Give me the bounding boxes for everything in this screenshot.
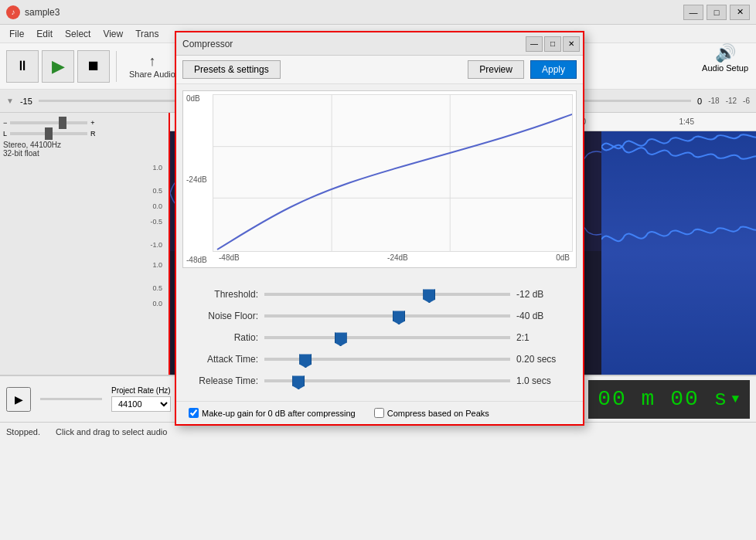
track-controls: − + L R Stereo, 44100Hz 32-bit float 1.0… [0, 113, 170, 375]
release-time-slider[interactable] [264, 379, 510, 382]
y-label-48db: -48dB [186, 256, 209, 264]
dialog-close-btn[interactable]: ✕ [563, 36, 580, 52]
menu-select[interactable]: Select [59, 27, 97, 41]
menu-edit[interactable]: Edit [30, 27, 59, 41]
dialog-toolbar: Presets & settings Preview Apply [176, 56, 583, 84]
waveform-right [601, 131, 756, 375]
attack-time-slider-container [264, 352, 510, 367]
track-info-text: Stereo, 44100Hz 32-bit float [3, 141, 165, 158]
window-controls: — □ ✕ [683, 5, 750, 20]
time-dropdown-btn[interactable]: ▼ [731, 392, 741, 406]
makeup-gain-label: Make-up gain for 0 dB after compressing [202, 409, 356, 418]
project-rate-select[interactable]: 44100 48000 96000 [111, 396, 171, 412]
drag-label: Click and drag to select audio [56, 427, 167, 436]
menu-file[interactable]: File [3, 27, 30, 41]
app-title: sample3 [25, 7, 60, 18]
attack-time-row: Attack Time: 0.20 secs [189, 352, 570, 367]
noise-floor-row: Noise Floor: -40 dB [189, 308, 570, 324]
y-label-24db: -24dB [186, 175, 209, 184]
track-info: Stereo, 44100Hz 32-bit float [3, 141, 165, 158]
ratio-row: Ratio: 2:1 [189, 330, 570, 345]
bottom-play-btn[interactable]: ▶ [6, 387, 31, 412]
attack-time-slider[interactable] [264, 358, 510, 361]
volume-indicator: ▼ [6, 97, 14, 105]
peaks-label: Compress based on Peaks [387, 409, 489, 418]
threshold-value: -12 dB [516, 289, 570, 300]
dialog-controls: — □ ✕ [526, 36, 580, 52]
chart-inner [213, 94, 573, 252]
threshold-label: Threshold: [189, 289, 258, 300]
share-audio-label: Share Audio [129, 70, 175, 79]
pan-slider-area: L R [3, 130, 165, 138]
minimize-btn[interactable]: — [683, 5, 703, 20]
apply-btn[interactable]: Apply [530, 60, 577, 79]
compressor-chart: 0dB -24dB -48dB -48dB -24dB 0dB [182, 90, 577, 268]
threshold-slider-container [264, 287, 510, 302]
maximize-btn[interactable]: □ [707, 5, 727, 20]
ratio-slider-container [264, 330, 510, 345]
compressor-dialog: Compressor — □ ✕ Presets & settings Prev… [175, 31, 584, 426]
project-rate: Project Rate (Hz) 44100 48000 96000 [111, 386, 171, 412]
stopped-label: Stopped. [6, 427, 40, 436]
svg-rect-0 [601, 131, 756, 375]
ratio-value: 2:1 [516, 332, 570, 343]
x-label-0db: 0dB [556, 253, 570, 266]
release-time-value: 1.0 secs [516, 375, 570, 386]
pan-left-label: L [3, 130, 7, 138]
preview-btn[interactable]: Preview [468, 60, 524, 79]
makeup-gain-checkbox[interactable] [189, 408, 199, 418]
volume-slider-area: − + [3, 119, 165, 127]
time-display: 00 m 00 s ▼ [588, 380, 750, 419]
minus-icon: − [3, 119, 7, 127]
volume-right: 0 [697, 97, 702, 106]
dialog-minimize-btn[interactable]: — [526, 36, 543, 52]
chart-x-labels: -48dB -24dB 0dB [213, 252, 576, 267]
y-label-0db: 0dB [186, 94, 209, 103]
speaker-icon: 🔊 [715, 43, 736, 63]
sliders-section: Threshold: -12 dB Noise Floor: -40 dB Ra… [176, 274, 583, 401]
share-audio-button[interactable]: ↑ Share Audio [123, 50, 182, 82]
peaks-checkbox-label[interactable]: Compress based on Peaks [374, 408, 489, 418]
volume-value: -15 [20, 97, 32, 106]
attack-time-label: Attack Time: [189, 354, 258, 365]
release-time-row: Release Time: 1.0 secs [189, 373, 570, 389]
peaks-checkbox[interactable] [374, 408, 384, 418]
noise-floor-slider[interactable] [264, 314, 510, 318]
ratio-slider[interactable] [264, 336, 510, 339]
threshold-slider[interactable] [264, 293, 510, 296]
release-time-label: Release Time: [189, 375, 258, 386]
time-value: 00 m 00 s [598, 387, 728, 411]
dialog-title-bar: Compressor — □ ✕ [176, 32, 583, 56]
app-icon: ♪ [6, 5, 20, 19]
meter-minus18: -18 [708, 97, 719, 105]
pan-slider[interactable] [10, 132, 87, 135]
share-audio-icon: ↑ [148, 53, 155, 70]
meter-minus6: -6 [743, 97, 750, 105]
x-label-48db: -48dB [219, 253, 240, 266]
presets-settings-btn[interactable]: Presets & settings [182, 60, 281, 79]
audio-setup-button[interactable]: 🔊 Audio Setup [702, 43, 748, 73]
pause-button[interactable]: ⏸ [6, 50, 39, 83]
close-btn[interactable]: ✕ [730, 5, 750, 20]
toolbar-separator [116, 51, 117, 82]
ratio-label: Ratio: [189, 332, 258, 343]
audio-setup-label: Audio Setup [702, 63, 748, 73]
dialog-maximize-btn[interactable]: □ [544, 36, 561, 52]
waveform-svg-right [601, 131, 756, 375]
threshold-row: Threshold: -12 dB [189, 287, 570, 302]
makeup-gain-checkbox-label[interactable]: Make-up gain for 0 dB after compressing [189, 408, 356, 418]
dialog-title-text: Compressor [182, 39, 233, 49]
release-time-slider-container [264, 373, 510, 389]
meter-minus12: -12 [726, 97, 737, 105]
main-window: ♪ sample3 — □ ✕ File Edit Select View Tr… [0, 0, 756, 540]
position-slider[interactable] [40, 398, 102, 400]
menu-view[interactable]: View [97, 27, 129, 41]
volume-slider[interactable] [10, 121, 87, 124]
x-label-24db: -24dB [387, 253, 408, 266]
noise-floor-value: -40 dB [516, 311, 570, 321]
play-button[interactable]: ▶ [42, 50, 74, 83]
noise-floor-label: Noise Floor: [189, 311, 258, 321]
stop-button[interactable]: ⏹ [77, 50, 110, 83]
y-scale: 1.0 0.5 0.0 -0.5 -1.0 1.0 0.5 0.0 [3, 164, 165, 307]
menu-trans[interactable]: Trans [129, 27, 165, 41]
